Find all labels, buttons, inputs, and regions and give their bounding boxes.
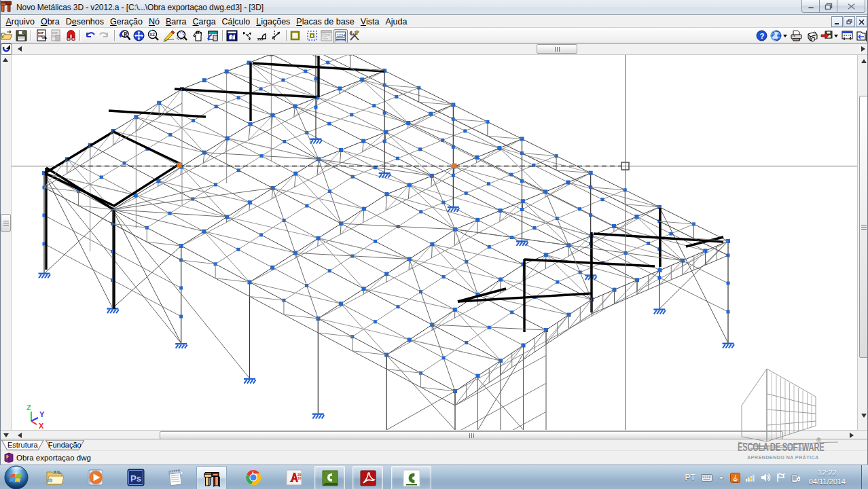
rotate-scrollbar-left[interactable] <box>0 55 12 430</box>
top-scroll-thumb[interactable] <box>537 44 577 54</box>
restore-button[interactable] <box>820 0 837 13</box>
toolbar-separator <box>222 30 223 41</box>
clock[interactable]: 12:22 04/11/2014 <box>809 469 846 486</box>
menu-c-lculo[interactable]: Cálculo <box>219 16 253 29</box>
dimension-icon[interactable]: 1234 <box>333 29 348 43</box>
tab-fundao[interactable]: Fundação <box>46 440 84 450</box>
tools-icon[interactable] <box>348 29 361 42</box>
scroll-left-arrow[interactable] <box>18 46 22 52</box>
taskbar-notepad-icon[interactable] <box>160 466 189 489</box>
app-icon <box>1 1 13 13</box>
show-desktop-button[interactable] <box>861 465 868 489</box>
rotate-scrollbar-top[interactable] <box>0 43 868 55</box>
window-border-left <box>0 0 1 465</box>
support-icon[interactable] <box>255 29 268 42</box>
taskbar-media-player-icon[interactable] <box>80 466 109 489</box>
hidden-icons-arrow[interactable] <box>717 474 725 481</box>
zoom-window-icon[interactable] <box>175 29 188 42</box>
help-icon[interactable]: ? <box>755 29 768 42</box>
scroll-up-arrow[interactable] <box>3 58 8 62</box>
undo-icon[interactable] <box>84 29 97 42</box>
menu-placas-de-base[interactable]: Placas de base <box>293 16 357 29</box>
find-icon[interactable] <box>225 29 238 42</box>
taskbar-explorer-icon[interactable] <box>39 466 69 489</box>
menu-carga[interactable]: Carga <box>189 16 219 29</box>
print-icon[interactable] <box>790 29 803 42</box>
menu-n-[interactable]: Nó <box>145 16 162 29</box>
globe-icon[interactable] <box>770 29 782 42</box>
open-folder-icon[interactable] <box>1 29 14 42</box>
power-plug-icon[interactable] <box>791 473 801 483</box>
keyboard-icon[interactable] <box>701 473 712 482</box>
dotted-select-icon[interactable] <box>306 29 319 42</box>
obra-book-icon <box>3 452 14 463</box>
language-indicator[interactable]: PT <box>685 473 695 482</box>
taskbar-photoshop-icon[interactable]: Ps <box>121 466 150 489</box>
redo-icon[interactable] <box>97 29 110 42</box>
menu-barra[interactable]: Barra <box>162 16 189 29</box>
menu-liga-es[interactable]: Ligações <box>253 16 293 29</box>
mdi-restore-button[interactable] <box>844 16 855 27</box>
plotter-icon[interactable] <box>806 29 819 42</box>
menu-obra[interactable]: Obra <box>37 16 62 29</box>
scroll-up-arrow2[interactable] <box>861 59 867 63</box>
export-icon-dropdown[interactable] <box>834 35 838 37</box>
zoom-redraw-icon[interactable]: R <box>118 29 131 42</box>
taskbar-chrome-icon[interactable] <box>238 466 268 489</box>
action-center-flag-icon[interactable] <box>776 473 786 482</box>
move-node-icon[interactable] <box>241 29 254 42</box>
toolbar-separator <box>286 30 287 41</box>
scroll-down-arrow[interactable] <box>3 433 9 437</box>
rotate-view-button[interactable] <box>1 43 12 55</box>
axis-ref-icon[interactable] <box>270 29 283 42</box>
dxf-import-icon[interactable]: DXFDWG <box>35 29 48 42</box>
minimize-button[interactable] <box>801 0 820 13</box>
drawing-canvas[interactable]: ZYX <box>12 55 857 430</box>
scroll-right-arrow[interactable] <box>861 46 865 52</box>
svg-text:?: ? <box>759 32 764 40</box>
menu-desenhos[interactable]: Desenhos <box>62 16 107 29</box>
svg-text:X: X <box>39 422 44 430</box>
scroll-right-arrow2[interactable] <box>850 433 854 438</box>
svg-text:R: R <box>123 31 128 38</box>
globe-icon-dropdown[interactable] <box>783 35 787 37</box>
menu-gera-o[interactable]: Geração <box>107 16 146 29</box>
dialog-gray-icon[interactable] <box>320 29 333 42</box>
mdi-minimize-button[interactable] <box>831 16 843 27</box>
hand-pan-icon[interactable] <box>192 29 204 42</box>
svg-text:1234: 1234 <box>337 33 345 37</box>
scroll-down-arrow2[interactable] <box>861 414 867 418</box>
toolbar-separator <box>114 30 115 41</box>
square-select-icon[interactable] <box>289 29 302 42</box>
exit-icon[interactable] <box>854 29 867 42</box>
save-icon[interactable] <box>15 29 28 42</box>
left-scroll-thumb[interactable] <box>1 214 11 232</box>
volume-icon[interactable] <box>761 473 771 482</box>
scroll-left-arrow2[interactable] <box>18 433 22 438</box>
magnet-icon[interactable] <box>65 29 77 42</box>
edit-pencil-icon[interactable] <box>162 29 175 42</box>
mdi-close-button[interactable] <box>856 16 867 27</box>
zoom-x2-icon[interactable]: x2 <box>147 29 160 42</box>
start-button[interactable] <box>1 466 31 489</box>
menu-bar: ArquivoObraDesenhosGeraçãoNóBarraCargaCá… <box>0 15 868 28</box>
taskbar-cype-metalicas-icon[interactable] <box>196 466 227 489</box>
menu-arquivo[interactable]: Arquivo <box>3 16 37 29</box>
taskbar-camtasia-studio-icon[interactable] <box>391 466 431 489</box>
tab-estrutura[interactable]: Estrutura <box>1 440 44 450</box>
menu-ajuda[interactable]: Ajuda <box>382 16 410 29</box>
taskbar-camtasia-cube-icon[interactable] <box>314 466 345 489</box>
close-button[interactable] <box>837 0 865 13</box>
network-icon[interactable] <box>745 473 756 482</box>
organize-icon[interactable] <box>841 29 854 42</box>
vertical-scrollbar-right[interactable] <box>857 55 868 430</box>
java-icon[interactable] <box>730 473 740 483</box>
menu-vista[interactable]: Vista <box>357 16 382 29</box>
view-window-icon[interactable] <box>206 29 219 42</box>
taskbar-autocad-icon[interactable]: 2010 <box>279 466 308 489</box>
taskbar-adobe-reader-icon[interactable] <box>352 466 383 489</box>
dxf-manage-icon[interactable]: DXFDWG <box>50 29 62 42</box>
pan-sphere-icon[interactable] <box>132 29 145 42</box>
horizontal-scrollbar[interactable] <box>0 430 868 439</box>
export-icon[interactable] <box>820 29 833 42</box>
